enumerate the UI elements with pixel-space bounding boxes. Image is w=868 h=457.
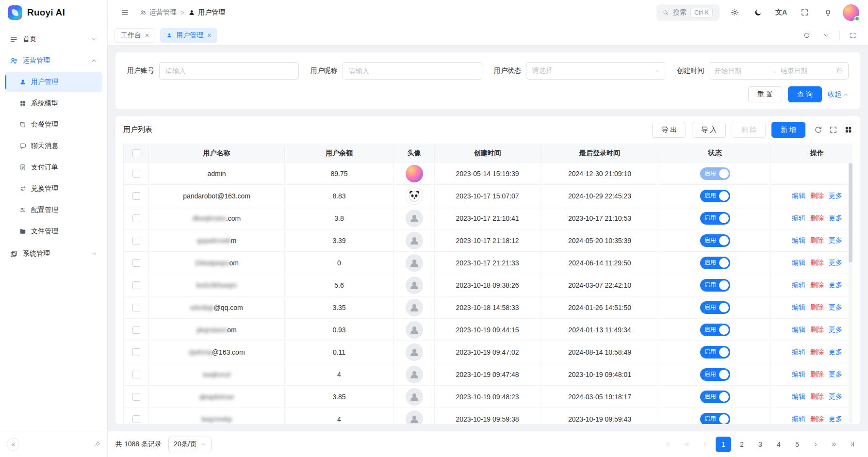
row-checkbox[interactable]	[132, 371, 140, 378]
end-date-input[interactable]	[780, 67, 834, 75]
date-range-picker[interactable]: →	[709, 62, 849, 80]
status-toggle[interactable]: 启用	[700, 234, 730, 247]
row-checkbox[interactable]	[132, 281, 140, 289]
next-page-button[interactable]	[808, 437, 823, 452]
sidebar-item-user-management[interactable]: 用户管理	[5, 72, 102, 92]
row-checkbox[interactable]	[132, 393, 140, 401]
edit-link[interactable]: 编辑	[792, 214, 805, 222]
more-link[interactable]: 更多	[829, 348, 842, 356]
row-checkbox[interactable]	[132, 326, 140, 334]
sidebar-item-config-management[interactable]: 配置管理	[5, 200, 102, 220]
prev-page-button[interactable]	[697, 437, 713, 452]
status-toggle[interactable]: 启用	[700, 167, 730, 180]
vertical-scrollbar[interactable]	[849, 163, 852, 423]
more-link[interactable]: 更多	[829, 259, 842, 266]
more-link[interactable]: 更多	[829, 236, 842, 244]
delete-link[interactable]: 删除	[810, 236, 824, 244]
import-button[interactable]: 导 入	[692, 122, 726, 138]
edit-link[interactable]: 编辑	[792, 281, 805, 289]
delete-link[interactable]: 删除	[810, 348, 824, 356]
settings-gear-button[interactable]	[726, 4, 743, 21]
delete-link[interactable]: 删除	[810, 192, 824, 199]
row-checkbox[interactable]	[132, 415, 140, 423]
delete-link[interactable]: 删除	[810, 370, 824, 378]
status-toggle[interactable]: 启用	[700, 212, 730, 225]
dark-mode-moon-button[interactable]	[750, 4, 766, 21]
column-settings-icon[interactable]	[844, 126, 852, 134]
user-avatar[interactable]	[843, 4, 859, 21]
page-button-2[interactable]: 2	[734, 437, 750, 452]
status-toggle[interactable]: 启用	[700, 324, 730, 336]
notification-bell-button[interactable]	[819, 4, 836, 21]
delete-link[interactable]: 删除	[810, 326, 824, 333]
delete-link[interactable]: 删除	[810, 281, 824, 289]
delete-link[interactable]: 删除	[810, 303, 824, 311]
refresh-icon[interactable]	[814, 126, 822, 134]
status-toggle[interactable]: 启用	[700, 279, 730, 292]
more-link[interactable]: 更多	[829, 303, 842, 311]
sidebar-item-package-management[interactable]: 套餐管理	[5, 114, 102, 135]
row-checkbox[interactable]	[132, 348, 140, 356]
sidebar-collapse-button[interactable]: «	[7, 438, 19, 451]
row-checkbox[interactable]	[132, 192, 140, 200]
status-toggle[interactable]: 启用	[700, 413, 730, 424]
edit-link[interactable]: 编辑	[792, 236, 805, 244]
table-fullscreen-icon[interactable]	[829, 126, 837, 134]
close-icon[interactable]: ×	[207, 32, 211, 39]
page-button-1[interactable]: 1	[716, 437, 731, 452]
sidebar-item-system-model[interactable]: 系统模型	[5, 93, 102, 114]
nickname-input[interactable]	[343, 62, 482, 80]
edit-link[interactable]: 编辑	[792, 192, 805, 199]
more-link[interactable]: 更多	[829, 415, 842, 423]
breadcrumb-user-management[interactable]: 用户管理	[188, 8, 225, 17]
sidebar-item-exchange-management[interactable]: 兑换管理	[5, 179, 102, 199]
collapse-filters-link[interactable]: 收起	[828, 90, 849, 99]
sidebar-item-chat-messages[interactable]: 聊天消息	[5, 136, 102, 156]
refresh-icon[interactable]	[799, 27, 815, 44]
account-input[interactable]	[159, 62, 299, 80]
more-link[interactable]: 更多	[829, 192, 842, 199]
query-button[interactable]: 查 询	[788, 86, 822, 102]
page-size-select[interactable]: 20条/页	[168, 437, 212, 452]
delete-link[interactable]: 删除	[810, 259, 824, 266]
edit-link[interactable]: 编辑	[792, 370, 805, 378]
more-link[interactable]: 更多	[829, 214, 842, 222]
more-link[interactable]: 更多	[829, 370, 842, 378]
sidebar-item-operations[interactable]: 运营管理	[5, 50, 102, 71]
status-toggle[interactable]: 启用	[700, 346, 730, 359]
start-date-input[interactable]	[714, 67, 768, 75]
row-checkbox[interactable]	[132, 170, 140, 178]
status-toggle[interactable]: 启用	[700, 301, 730, 314]
reset-button[interactable]: 重 置	[748, 86, 782, 102]
edit-link[interactable]: 编辑	[792, 348, 805, 356]
more-link[interactable]: 更多	[829, 326, 842, 333]
tab-user-management[interactable]: 用户管理 ×	[160, 28, 217, 43]
fast-next-button[interactable]	[826, 437, 842, 452]
row-checkbox[interactable]	[132, 259, 140, 267]
translate-button[interactable]: 文A	[773, 4, 789, 21]
scrollbar-thumb[interactable]	[849, 163, 852, 262]
row-checkbox[interactable]	[132, 214, 140, 222]
add-button[interactable]: 新 增	[771, 122, 805, 138]
brand-logo[interactable]: Ruoyi AI	[0, 0, 107, 25]
breadcrumb-operations[interactable]: 运营管理	[140, 8, 177, 17]
sidebar-item-home[interactable]: 首页	[5, 29, 102, 49]
content-fullscreen-icon[interactable]	[845, 27, 861, 44]
last-page-button[interactable]	[845, 437, 860, 452]
more-link[interactable]: 更多	[829, 392, 842, 400]
status-select[interactable]: 请选择	[526, 62, 666, 80]
delete-link[interactable]: 删除	[810, 214, 824, 222]
page-button-4[interactable]: 4	[771, 437, 786, 452]
close-icon[interactable]: ×	[145, 32, 149, 39]
page-button-5[interactable]: 5	[789, 437, 805, 452]
menu-toggle-button[interactable]	[116, 4, 133, 21]
sidebar-item-payment-orders[interactable]: 支付订单	[5, 157, 102, 178]
row-checkbox[interactable]	[132, 237, 140, 245]
first-page-button[interactable]	[660, 437, 676, 452]
delete-link[interactable]: 删除	[810, 415, 824, 423]
export-button[interactable]: 导 出	[652, 122, 686, 138]
edit-link[interactable]: 编辑	[792, 415, 805, 423]
global-search-input[interactable]: 搜索 Ctrl K	[656, 4, 720, 21]
edit-link[interactable]: 编辑	[792, 303, 805, 311]
tab-workbench[interactable]: 工作台 ×	[115, 28, 155, 43]
